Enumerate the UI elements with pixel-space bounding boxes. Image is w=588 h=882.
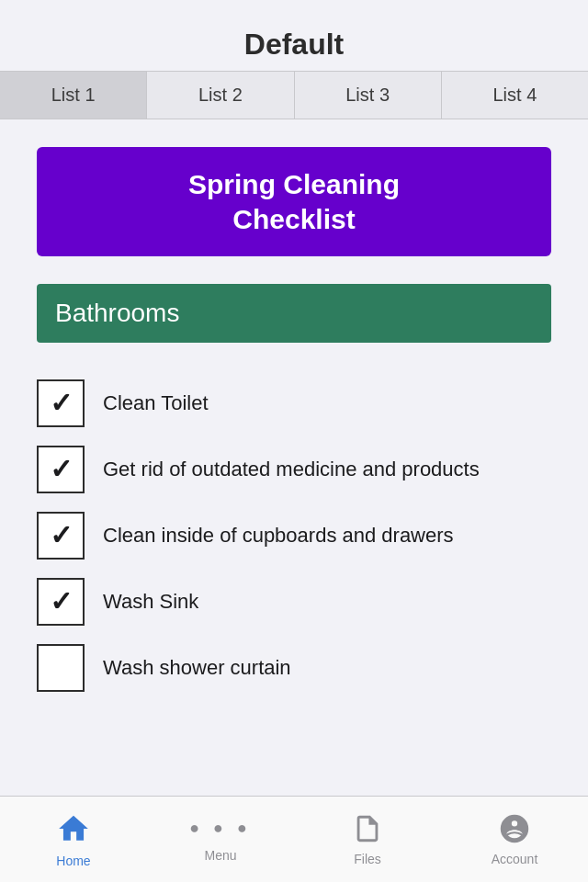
checklist-items: ✓ Clean Toilet ✓ Get rid of outdated med… [37,370,551,701]
checkbox-3[interactable]: ✓ [37,512,85,560]
item-text-5: Wash shower curtain [103,654,291,682]
tab-list4[interactable]: List 4 [442,72,588,119]
item-text-4: Wash Sink [103,588,198,616]
svg-point-1 [511,820,519,828]
home-icon [56,811,91,850]
nav-item-files[interactable]: Files [294,806,441,874]
bottom-nav: Home ● ● ● Menu Files Account [0,796,588,882]
item-text-1: Clean Toilet [103,390,209,417]
list-item[interactable]: ✓ Get rid of outdated medicine and produ… [37,436,551,503]
checklist-title-banner: Spring Cleaning Checklist [37,147,551,256]
checkbox-1[interactable]: ✓ [37,379,85,427]
checklist-title-text: Spring Cleaning Checklist [64,167,524,236]
checkmark-icon: ✓ [50,390,73,417]
list-item[interactable]: ✓ Clean inside of cupboards and drawers [37,503,551,569]
nav-item-menu[interactable]: ● ● ● Menu [147,808,294,870]
page-title: Default [244,28,344,61]
nav-label-menu: Menu [204,848,236,863]
section-title: Bathrooms [55,299,179,327]
nav-item-account[interactable]: Account [441,806,588,874]
checkbox-5[interactable]: ✓ [37,644,85,692]
checkmark-icon: ✓ [50,522,73,549]
tab-list2[interactable]: List 2 [147,72,294,119]
section-header: Bathrooms [37,284,551,343]
tab-bar: List 1 List 2 List 3 List 4 [0,71,588,119]
nav-label-home: Home [56,854,90,868]
nav-label-account: Account [492,852,538,866]
item-text-3: Clean inside of cupboards and drawers [103,522,454,549]
main-content: Spring Cleaning Checklist Bathrooms ✓ Cl… [0,119,588,701]
checkbox-2[interactable]: ✓ [37,446,85,493]
account-icon [499,813,530,848]
checkbox-4[interactable]: ✓ [37,578,85,626]
menu-icon: ● ● ● [189,816,252,844]
nav-label-files: Files [354,852,381,866]
nav-item-home[interactable]: Home [0,804,147,876]
list-item[interactable]: ✓ Clean Toilet [37,370,551,436]
files-icon [352,813,383,848]
item-text-2: Get rid of outdated medicine and product… [103,456,480,483]
tab-list3[interactable]: List 3 [295,72,442,119]
checkmark-icon: ✓ [50,456,73,483]
checkmark-icon: ✓ [50,588,73,616]
header: Default [0,0,588,71]
list-item[interactable]: ✓ Wash Sink [37,569,551,635]
tab-list1[interactable]: List 1 [0,72,147,119]
list-item[interactable]: ✓ Wash shower curtain [37,635,551,701]
